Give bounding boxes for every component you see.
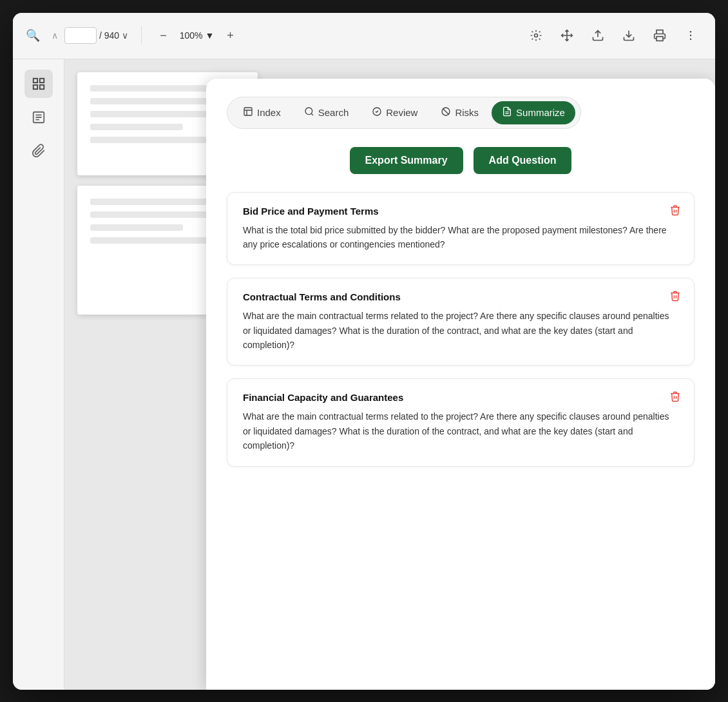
question-title-1: Bid Price and Payment Terms xyxy=(243,206,678,217)
question-body-3: What are the main contractual terms rela… xyxy=(243,409,678,453)
left-sidebar xyxy=(13,59,64,690)
tab-bar: Index Search Review xyxy=(227,97,581,129)
prev-page-button[interactable]: ∧ xyxy=(48,28,62,43)
divider-1 xyxy=(141,26,142,44)
settings-icon[interactable] xyxy=(524,24,548,47)
toolbar-nav: ∧ 1 / 940 ∨ xyxy=(48,27,128,44)
tab-search-label: Search xyxy=(318,107,349,118)
svg-rect-7 xyxy=(33,84,37,88)
zoom-out-button[interactable]: − xyxy=(155,26,172,45)
summary-panel: Index Search Review xyxy=(206,79,715,690)
zoom-in-button[interactable]: + xyxy=(222,26,239,45)
pdf-line xyxy=(90,137,214,143)
question-card-1: Bid Price and Payment Terms What is the … xyxy=(227,192,694,266)
svg-rect-13 xyxy=(244,108,252,115)
question-card-2: Contractual Terms and Conditions What ar… xyxy=(227,278,694,366)
page-number-input[interactable]: 1 xyxy=(64,27,97,44)
question-card-3: Financial Capacity and Guarantees What a… xyxy=(227,378,694,466)
search-tab-icon xyxy=(304,106,314,119)
svg-point-3 xyxy=(690,35,692,37)
svg-rect-8 xyxy=(39,84,43,88)
pdf-line xyxy=(90,124,183,130)
svg-point-16 xyxy=(305,108,312,115)
tab-index-label: Index xyxy=(257,107,281,118)
svg-rect-1 xyxy=(656,37,663,41)
svg-line-17 xyxy=(311,113,313,115)
zoom-dropdown-icon: ▼ xyxy=(205,30,214,41)
pdf-line xyxy=(90,98,214,104)
upload-icon[interactable] xyxy=(586,24,609,47)
index-tab-icon xyxy=(243,106,253,119)
svg-point-4 xyxy=(690,39,692,41)
delete-question-3-button[interactable] xyxy=(669,391,681,404)
action-buttons: Export Summary Add Question xyxy=(227,147,694,174)
toolbar: 🔍 ∧ 1 / 940 ∨ − 100% ▼ + xyxy=(13,13,715,59)
delete-question-1-button[interactable] xyxy=(669,204,681,218)
tab-risks[interactable]: Risks xyxy=(430,101,489,124)
sidebar-document-icon[interactable] xyxy=(24,103,53,132)
content-area: Index Search Review xyxy=(64,59,715,690)
tab-summarize[interactable]: Summarize xyxy=(492,101,575,124)
main-area: Index Search Review xyxy=(13,59,715,690)
add-question-button[interactable]: Add Question xyxy=(474,147,572,174)
question-body-2: What are the main contractual terms rela… xyxy=(243,309,678,352)
pdf-line xyxy=(90,211,214,218)
zoom-selector[interactable]: 100% ▼ xyxy=(180,30,215,41)
print-icon[interactable] xyxy=(648,24,671,47)
zoom-level-label: 100% xyxy=(180,30,203,41)
toolbar-search-icon[interactable]: 🔍 xyxy=(26,28,40,43)
svg-line-20 xyxy=(443,108,449,114)
pdf-line xyxy=(90,224,183,231)
next-page-button[interactable]: ∨ xyxy=(122,30,128,41)
tab-review-label: Review xyxy=(386,107,417,118)
more-options-icon[interactable] xyxy=(679,24,702,47)
risks-tab-icon xyxy=(441,106,451,119)
question-title-3: Financial Capacity and Guarantees xyxy=(243,392,678,403)
svg-rect-6 xyxy=(39,78,43,82)
review-tab-icon xyxy=(372,106,382,119)
sidebar-attachment-icon[interactable] xyxy=(24,137,53,165)
download-icon[interactable] xyxy=(617,24,640,47)
tab-review[interactable]: Review xyxy=(361,101,428,124)
tab-search[interactable]: Search xyxy=(294,101,359,124)
sidebar-thumbnail-icon[interactable] xyxy=(24,70,53,98)
svg-point-2 xyxy=(690,31,692,33)
svg-point-0 xyxy=(535,34,538,37)
tab-risks-label: Risks xyxy=(455,107,479,118)
app-container: 🔍 ∧ 1 / 940 ∨ − 100% ▼ + xyxy=(13,13,715,690)
question-body-1: What is the total bid price submitted by… xyxy=(243,223,678,252)
page-total: / 940 xyxy=(99,30,119,41)
export-summary-button[interactable]: Export Summary xyxy=(350,147,463,174)
move-icon[interactable] xyxy=(555,24,579,47)
svg-rect-5 xyxy=(33,78,37,82)
question-title-2: Contractual Terms and Conditions xyxy=(243,291,678,302)
delete-question-2-button[interactable] xyxy=(669,290,681,304)
summarize-tab-icon xyxy=(502,106,512,119)
tab-index[interactable]: Index xyxy=(233,101,291,124)
tab-summarize-label: Summarize xyxy=(516,107,565,118)
